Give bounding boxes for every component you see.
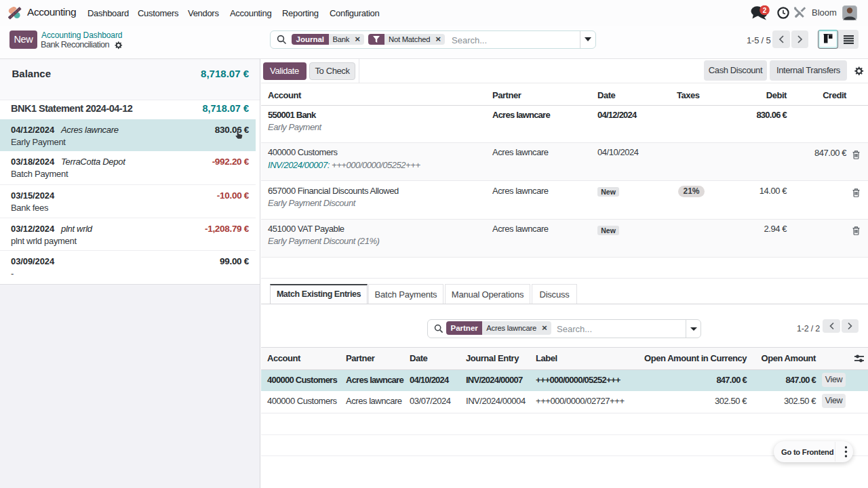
svg-text:2: 2 xyxy=(763,7,767,14)
